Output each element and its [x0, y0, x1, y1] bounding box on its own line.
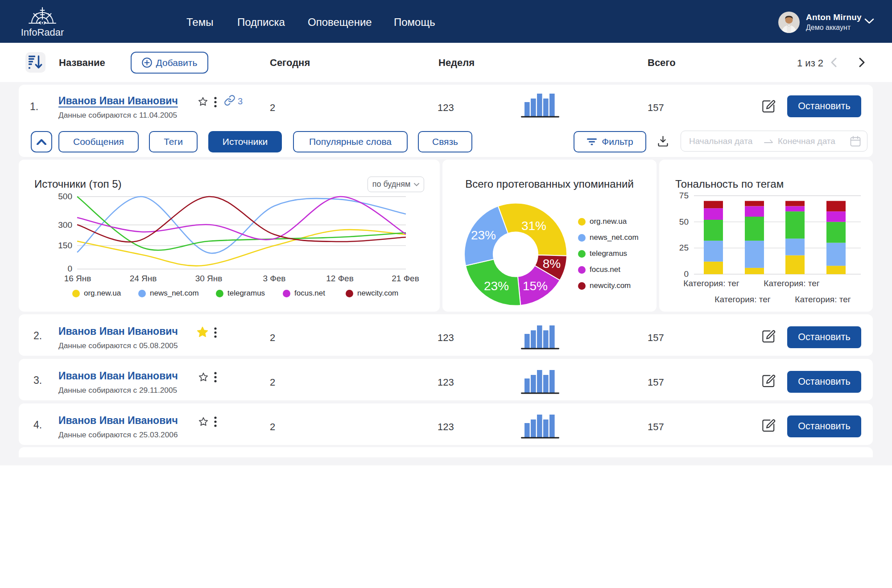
svg-text:15%: 15% — [523, 279, 548, 293]
svg-text:23%: 23% — [484, 279, 509, 293]
svg-text:8%: 8% — [543, 257, 561, 271]
svg-text:31%: 31% — [521, 219, 546, 233]
svg-text:23%: 23% — [471, 228, 496, 242]
